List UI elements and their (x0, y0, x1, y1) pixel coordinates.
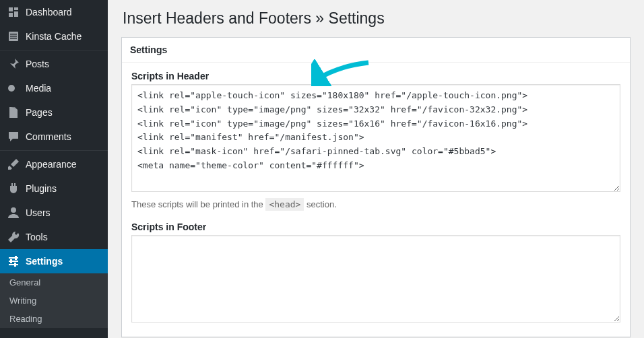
svg-rect-1 (10, 34, 17, 35)
svg-rect-8 (9, 264, 18, 265)
settings-panel: Settings Scripts in Header These scripts… (121, 37, 631, 337)
footer-scripts-label: Scripts in Footer (131, 222, 620, 232)
settings-icon (7, 255, 20, 268)
sidebar-item-plugins[interactable]: Plugins (0, 176, 108, 201)
sidebar-item-settings[interactable]: Settings (0, 249, 108, 273)
svg-rect-10 (10, 259, 12, 263)
header-scripts-textarea[interactable] (131, 84, 620, 192)
sidebar-item-media[interactable]: Media (0, 76, 108, 100)
header-scripts-label: Scripts in Header (131, 71, 620, 81)
sidebar-item-label: Dashboard (26, 7, 72, 18)
sidebar-item-label: Tools (26, 232, 48, 242)
sidebar-item-kinsta-cache[interactable]: Kinsta Cache (0, 24, 108, 48)
sidebar-item-label: Kinsta Cache (26, 31, 82, 42)
comment-icon (7, 130, 20, 143)
sidebar-item-users[interactable]: Users (0, 201, 108, 225)
admin-sidebar: Dashboard Kinsta Cache Posts Media Pages… (0, 0, 108, 338)
sidebar-item-label: Comments (26, 131, 71, 142)
sidebar-item-posts[interactable]: Posts (0, 52, 108, 76)
submenu-item-general[interactable]: General (0, 273, 108, 292)
page-icon (7, 106, 20, 119)
sidebar-item-tools[interactable]: Tools (0, 225, 108, 249)
cache-icon (7, 30, 20, 43)
svg-point-4 (8, 85, 15, 92)
submenu-item-reading[interactable]: Reading (0, 310, 108, 328)
header-scripts-description: These scripts will be printed in the <he… (131, 199, 620, 209)
sidebar-item-appearance[interactable]: Appearance (0, 152, 108, 176)
dashboard-icon (7, 5, 20, 19)
svg-rect-11 (14, 263, 16, 267)
user-icon (7, 206, 20, 219)
sidebar-item-label: Appearance (26, 159, 77, 170)
main-content: Insert Headers and Footers » Settings Se… (108, 0, 644, 338)
brush-icon (7, 158, 20, 171)
sidebar-item-label: Settings (26, 256, 63, 267)
pin-icon (7, 57, 20, 71)
sidebar-item-comments[interactable]: Comments (0, 125, 108, 149)
sidebar-item-label: Plugins (26, 183, 57, 194)
sidebar-item-label: Media (26, 83, 51, 94)
svg-point-5 (11, 207, 16, 213)
settings-submenu: General Writing Reading (0, 273, 108, 328)
sidebar-item-label: Pages (26, 107, 53, 118)
sidebar-item-label: Users (26, 207, 51, 218)
wrench-icon (7, 230, 20, 244)
svg-rect-2 (10, 36, 17, 37)
plug-icon (7, 182, 20, 195)
svg-rect-9 (15, 256, 17, 260)
submenu-item-writing[interactable]: Writing (0, 292, 108, 310)
footer-scripts-textarea[interactable] (131, 235, 620, 323)
sidebar-item-pages[interactable]: Pages (0, 100, 108, 125)
media-icon (7, 81, 20, 95)
svg-rect-3 (10, 38, 17, 39)
sidebar-item-label: Posts (26, 59, 49, 69)
head-code-tag: <head> (265, 198, 304, 211)
page-title: Insert Headers and Footers » Settings (123, 9, 631, 28)
panel-heading: Settings (122, 38, 630, 63)
sidebar-item-dashboard[interactable]: Dashboard (0, 0, 108, 24)
